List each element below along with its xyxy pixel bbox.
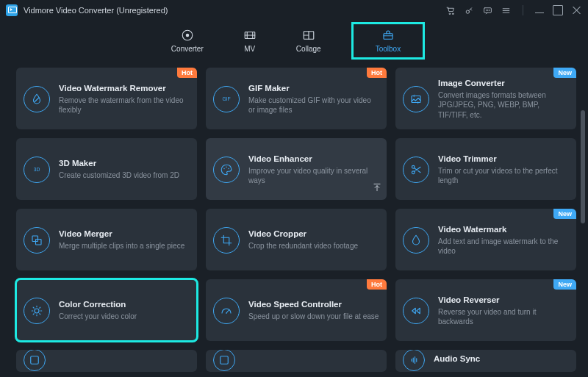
svg-rect-24 [31, 356, 39, 365]
card-desc: Speed up or slow down your file at ease [248, 312, 379, 322]
svg-rect-21 [36, 240, 42, 245]
card-desc: Make customized GIF with your video or i… [248, 96, 379, 115]
toolbox-content: Hot Video Watermark RemoverRemove the wa… [0, 60, 588, 377]
card-title: Video Cropper [248, 229, 379, 238]
svg-point-4 [486, 10, 487, 10]
card-title: Video Reverser [438, 295, 569, 304]
card-title: Audio Sync [434, 354, 569, 363]
svg-point-17 [228, 168, 229, 170]
badge-new: New [553, 279, 576, 290]
card-partial-1[interactable] [16, 350, 197, 372]
card-desc: Create customized 3D video from 2D [59, 170, 190, 181]
menu-icon[interactable] [501, 6, 511, 15]
gif-icon: GIF [213, 86, 240, 112]
palette-icon [213, 157, 240, 183]
tool-icon [24, 350, 46, 371]
scrollbar-thumb[interactable] [581, 110, 585, 223]
card-video-cropper[interactable]: Video CropperCrop the redundant video fo… [206, 209, 387, 270]
svg-point-23 [226, 312, 227, 314]
card-desc: Correct your video color [59, 312, 190, 322]
card-gif-maker[interactable]: Hot GIF GIF MakerMake customized GIF wit… [206, 68, 387, 129]
tool-grid-scroll[interactable]: Hot Video Watermark RemoverRemove the wa… [0, 60, 581, 377]
tab-mv[interactable]: MV [237, 27, 262, 54]
tab-converter[interactable]: Converter [167, 27, 208, 54]
maximize-button[interactable] [553, 5, 563, 15]
key-icon[interactable] [465, 6, 474, 15]
card-audio-sync[interactable]: Audio Sync [395, 350, 576, 372]
main-tabs: Converter MV Collage Toolbox [0, 21, 588, 60]
card-desc: Merge multiple clips into a single piece [59, 241, 190, 251]
svg-rect-11 [384, 33, 392, 39]
window-title: Vidmore Video Converter (Unregistered) [24, 6, 446, 15]
badge-hot: Hot [367, 279, 387, 290]
feedback-icon[interactable] [483, 6, 492, 15]
card-title: Image Converter [438, 79, 569, 87]
water-drop-remove-icon [24, 86, 50, 112]
titlebar-divider [523, 5, 523, 15]
card-title: Video Speed Controller [248, 300, 379, 309]
tab-collage[interactable]: Collage [292, 27, 326, 54]
svg-point-22 [35, 309, 39, 313]
card-desc: Add text and image watermark to the vide… [438, 237, 569, 256]
scroll-top-icon[interactable] [372, 182, 382, 195]
converter-icon [179, 29, 196, 42]
tool-icon [213, 350, 235, 371]
card-title: Video Merger [59, 229, 190, 238]
speedometer-icon [213, 298, 240, 324]
svg-point-6 [489, 10, 490, 10]
card-title: 3D Maker [59, 159, 190, 168]
card-video-merger[interactable]: Video MergerMerge multiple clips into a … [16, 209, 197, 270]
card-image-converter[interactable]: New Image ConverterConvert images format… [395, 68, 576, 129]
toolbox-icon [380, 29, 396, 42]
tab-label: MV [244, 45, 255, 53]
card-desc: Crop the redundant video footage [248, 241, 379, 251]
svg-point-15 [223, 168, 225, 170]
mv-icon [242, 29, 258, 42]
badge-hot: Hot [177, 68, 197, 78]
card-desc: Improve your video quality in several wa… [248, 166, 379, 186]
svg-text:GIF: GIF [222, 96, 230, 101]
close-button[interactable] [572, 5, 582, 15]
svg-point-1 [452, 13, 453, 15]
minimize-button[interactable] [535, 12, 544, 13]
card-desc: Convert images formats between JPG/JPEG,… [438, 90, 569, 121]
badge-new: New [553, 209, 576, 219]
card-video-watermark-remover[interactable]: Hot Video Watermark RemoverRemove the wa… [16, 68, 197, 129]
app-logo-icon [6, 4, 18, 16]
svg-point-0 [449, 13, 451, 15]
tool-grid: Hot Video Watermark RemoverRemove the wa… [16, 68, 576, 372]
card-title: GIF Maker [248, 84, 379, 93]
card-desc: Remove the watermark from the video flex… [59, 96, 190, 115]
collage-icon [301, 29, 317, 42]
card-partial-2[interactable] [206, 350, 387, 372]
card-3d-maker[interactable]: 3D 3D MakerCreate customized 3D video fr… [16, 138, 197, 200]
svg-rect-20 [32, 236, 38, 242]
card-video-reverser[interactable]: New Video ReverserReverse your video and… [395, 279, 576, 341]
3d-icon: 3D [24, 157, 50, 183]
card-title: Color Correction [59, 300, 190, 309]
badge-new: New [553, 68, 576, 78]
svg-point-8 [186, 33, 190, 37]
merge-icon [24, 227, 50, 254]
scissors-icon [403, 157, 429, 183]
image-convert-icon [403, 86, 429, 112]
card-desc: Trim or cut your videos to the perfect l… [438, 166, 569, 186]
card-color-correction[interactable]: Color CorrectionCorrect your video color [16, 279, 197, 341]
card-title: Video Watermark [438, 225, 569, 234]
svg-point-5 [487, 10, 488, 10]
card-video-watermark[interactable]: New Video WatermarkAdd text and image wa… [395, 209, 576, 270]
svg-text:3D: 3D [34, 167, 40, 172]
cart-icon[interactable] [446, 6, 456, 15]
tab-label: Converter [171, 45, 204, 53]
card-video-trimmer[interactable]: Video TrimmerTrim or cut your videos to … [395, 138, 576, 200]
card-video-enhancer[interactable]: Video EnhancerImprove your video quality… [206, 138, 387, 200]
audio-sync-icon [403, 350, 425, 371]
tab-label: Collage [296, 45, 321, 53]
tab-toolbox[interactable]: Toolbox [355, 26, 421, 56]
card-video-speed-controller[interactable]: Hot Video Speed ControllerSpeed up or sl… [206, 279, 387, 341]
card-title: Video Trimmer [438, 154, 569, 163]
badge-hot: Hot [367, 68, 387, 78]
tab-label: Toolbox [376, 45, 401, 53]
water-drop-icon [403, 227, 429, 254]
scrollbar[interactable] [581, 60, 585, 377]
